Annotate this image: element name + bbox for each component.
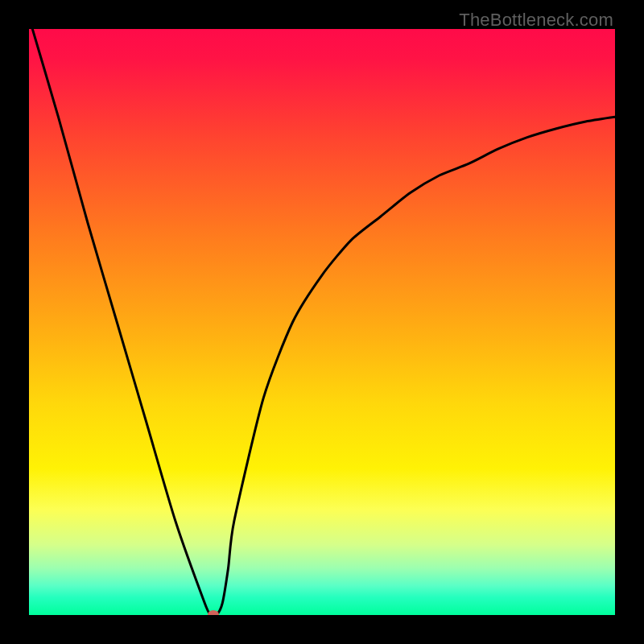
bottleneck-curve [29,29,615,615]
chart-frame: TheBottleneck.com [0,0,644,644]
minimum-marker [208,610,219,615]
watermark-text: TheBottleneck.com [459,10,613,31]
plot-area [29,29,615,615]
